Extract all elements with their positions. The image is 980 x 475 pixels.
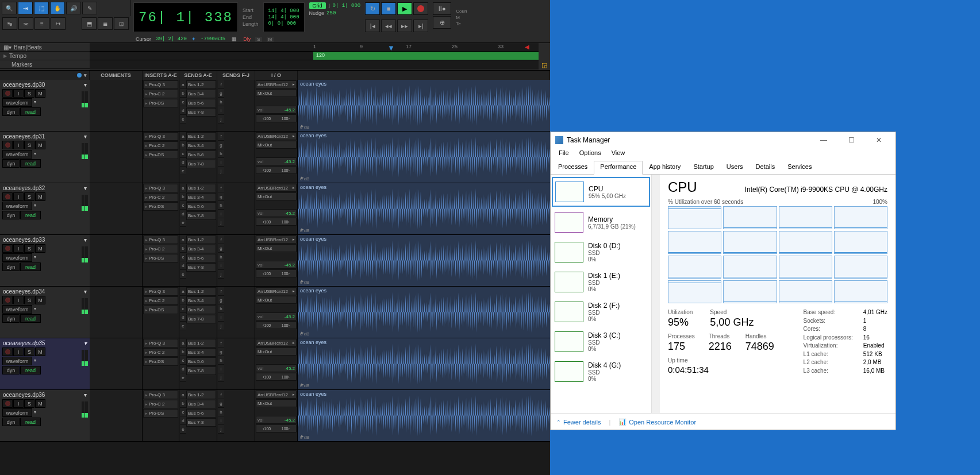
elastic-audio-button[interactable]: dyn <box>2 366 20 374</box>
tab-app-history[interactable]: App history <box>643 161 687 174</box>
send-slot[interactable]: Bus 1-2 <box>186 184 216 192</box>
pan-display[interactable]: ‹100100› <box>256 373 297 381</box>
input-button[interactable]: I <box>13 141 24 149</box>
comments-header[interactable]: COMMENTS <box>90 71 143 80</box>
output-path[interactable]: ArrUSBRcrd12▸ <box>256 391 297 399</box>
send-slot[interactable]: Bus 3-4 <box>186 296 216 305</box>
track-height-icon[interactable]: ▾ <box>33 357 37 365</box>
track-comments-field[interactable] <box>90 132 143 183</box>
play-button[interactable]: ▶ <box>397 2 412 15</box>
pan-display[interactable]: ‹100100› <box>256 321 297 329</box>
mute-button[interactable]: M <box>35 192 45 201</box>
automation-mode-button[interactable]: read <box>20 314 41 323</box>
insert-slot[interactable]: ▸Pro-C 2 <box>143 400 178 408</box>
inserts-header[interactable]: INSERTS A-E <box>143 71 179 80</box>
send-slot[interactable]: Bus 3-4 <box>186 193 216 202</box>
send-slot[interactable]: Bus 5-6 <box>186 306 216 314</box>
sidebar-card-disk-5[interactable]: Disk 3 (C:) SSD 0% <box>552 327 650 356</box>
track-name[interactable]: oceaneyes.dp32 <box>3 185 45 191</box>
insert-slot[interactable]: ▸Pro-C 2 <box>143 141 178 150</box>
track-view-selector[interactable]: waveform <box>2 305 32 314</box>
input-button[interactable]: I <box>13 192 24 201</box>
track-comments-field[interactable] <box>90 390 143 441</box>
input-button[interactable]: I <box>13 89 24 98</box>
menu-view[interactable]: View <box>607 148 630 161</box>
insert-slot[interactable]: ▸Pro-Q 3 <box>143 132 178 141</box>
track-view-selector[interactable]: waveform <box>2 357 32 365</box>
playhead-icon[interactable]: ▼ <box>387 44 395 52</box>
track-menu-icon[interactable]: ▾ <box>84 237 87 243</box>
sidebar-card-disk-4[interactable]: Disk 2 (F:) SSD 0% <box>552 298 650 326</box>
layered-editing-icon[interactable]: ≣ <box>98 17 113 30</box>
solo-button[interactable]: S <box>24 244 34 253</box>
tab-to-transient-icon[interactable]: ↹ <box>2 17 17 30</box>
zoom-tool-icon[interactable]: 🔍 <box>2 2 17 14</box>
track-height-icon[interactable]: ▾ <box>33 98 37 107</box>
output-path[interactable]: ArrUSBRcrd12▸ <box>256 235 297 244</box>
track-name[interactable]: oceaneyes.dp34 <box>3 288 45 295</box>
send-slot[interactable]: Bus 7-8 <box>186 263 216 272</box>
automation-mode-button[interactable]: read <box>20 366 41 374</box>
send-slot[interactable]: Bus 1-2 <box>186 287 216 296</box>
pencil-tool-icon[interactable]: ✎ <box>82 2 97 14</box>
track-menu-icon[interactable]: ▾ <box>84 392 87 398</box>
automation-mode-button[interactable]: read <box>20 211 41 219</box>
send-slot[interactable]: Bus 3-4 <box>186 245 216 253</box>
send-slot[interactable]: Bus 3-4 <box>186 141 216 150</box>
send-slot[interactable]: Bus 7-8 <box>186 211 216 220</box>
selection-end-icon[interactable]: ◀ <box>525 44 529 50</box>
volume-display[interactable]: vol-45.2 <box>256 364 297 372</box>
send-slot[interactable]: Bus 1-2 <box>186 235 216 244</box>
automation-mode-button[interactable]: read <box>20 262 41 271</box>
io-header[interactable]: I / O <box>255 71 298 80</box>
output-path[interactable]: ArrUSBRcrd12▸ <box>256 339 297 347</box>
record-enable-button[interactable] <box>2 141 13 149</box>
marker-ruler[interactable] <box>90 60 539 69</box>
sidebar-card-disk-2[interactable]: Disk 0 (D:) SSD 0% <box>552 238 650 267</box>
send-slot[interactable]: Bus 1-2 <box>186 80 216 89</box>
mute-button[interactable]: M <box>35 347 45 356</box>
grid-value[interactable]: 0| 1| 000 <box>333 3 361 9</box>
record-enable-button[interactable] <box>2 244 13 253</box>
track-view-selector[interactable]: waveform <box>2 408 32 417</box>
gte-button[interactable]: ▸| <box>413 20 428 32</box>
output-path[interactable]: ArrUSBRcrd12▸ <box>256 80 297 88</box>
send-slot[interactable]: Bus 5-6 <box>186 357 216 366</box>
send-slot[interactable]: Bus 7-8 <box>186 160 216 168</box>
track-height-icon[interactable]: ▾ <box>33 408 37 417</box>
grabber-tool-icon[interactable]: ✋ <box>50 2 65 14</box>
main-counter[interactable]: 76| 1| 338 <box>133 2 238 32</box>
insert-slot[interactable]: ▸Pro-DS <box>143 409 178 418</box>
insert-slot[interactable]: ▸Pro-Q 3 <box>143 339 178 347</box>
elastic-audio-button[interactable]: dyn <box>2 418 20 426</box>
link-timeline-icon[interactable]: ⫘ <box>18 17 33 30</box>
output-path-2[interactable]: MixOut <box>256 192 297 200</box>
insert-slot[interactable]: ▸Pro-Q 3 <box>143 391 178 399</box>
insert-slot[interactable]: ▸Pro-C 2 <box>143 90 178 98</box>
scrub-tool-icon[interactable]: 🔊 <box>66 2 81 14</box>
track-comments-field[interactable] <box>90 183 143 234</box>
minimize-button[interactable]: — <box>812 132 836 148</box>
mirrored-midi-icon[interactable]: ⬒ <box>82 17 97 30</box>
tab-performance[interactable]: Performance <box>594 161 643 175</box>
volume-display[interactable]: vol-45.2 <box>256 106 297 114</box>
track-comments-field[interactable] <box>90 287 143 338</box>
record-button[interactable] <box>413 2 428 15</box>
output-path-2[interactable]: MixOut <box>256 347 297 356</box>
selector-tool-icon[interactable]: ⬚ <box>34 2 49 14</box>
send-slot[interactable]: Bus 3-4 <box>186 400 216 408</box>
elastic-audio-button[interactable]: dyn <box>2 314 20 323</box>
track-playlist[interactable]: ocean eyes ▸ 0 dB <box>298 132 550 183</box>
rewind-button[interactable]: ◂◂ <box>381 20 396 32</box>
volume-display[interactable]: vol-45.2 <box>256 157 297 165</box>
input-button[interactable]: I <box>13 244 24 253</box>
desktop-background[interactable]: Task Manager — ☐ ✕ FileOptionsView Proce… <box>550 0 980 475</box>
track-comments-field[interactable] <box>90 80 143 131</box>
track-playlist[interactable]: ocean eyes ▸ 0 dB <box>298 338 550 389</box>
mute-button[interactable]: M <box>35 296 45 304</box>
track-playlist[interactable]: ocean eyes ▸ 0 dB <box>298 183 550 234</box>
tab-services[interactable]: Services <box>781 161 818 174</box>
automation-mode-button[interactable]: read <box>20 159 41 168</box>
output-path[interactable]: ArrUSBRcrd12▸ <box>256 287 297 295</box>
input-button[interactable]: I <box>13 296 24 304</box>
